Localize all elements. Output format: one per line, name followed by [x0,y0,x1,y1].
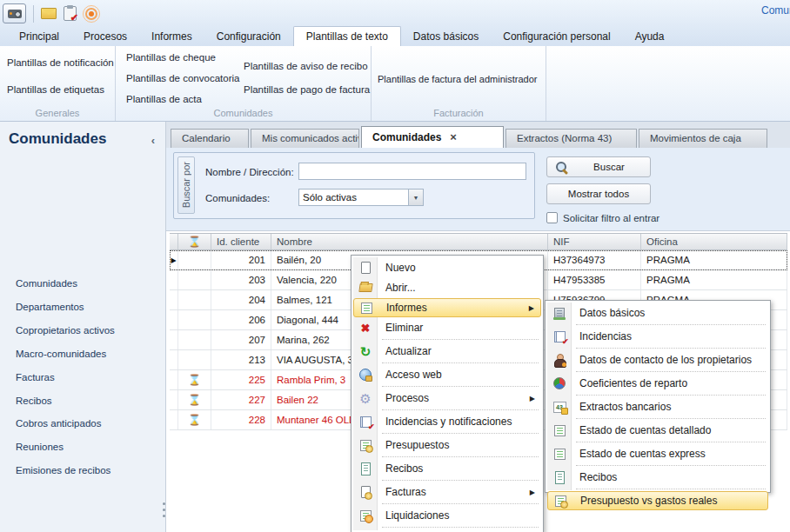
person-icon [547,354,572,366]
context-menu: Nuevo Abrir... Informes ▶ ✖ Eliminar ↻ A… [351,255,544,532]
tab-comunidades[interactable]: Comunidades× [361,126,504,148]
report-icon [354,303,378,314]
sidebar-item-macro-comunidades[interactable]: Macro-comunidades [16,349,106,359]
ribbon-tab-configuracion[interactable]: Configuración [204,27,293,46]
collapse-sidebar-icon[interactable]: ‹ [151,134,155,147]
menu-item-abrir[interactable]: Abrir... [353,278,541,297]
check-icon: ✔ [70,12,78,23]
tab-extractos-norma-43[interactable]: Extractos (Norma 43) [505,129,637,148]
menu-item-procesos[interactable]: ⚙ Procesos ▶ [353,389,541,408]
name-address-label: Nombre / Dirección: [205,167,294,177]
ribbon-tab-configuracion-personal[interactable]: Configuración personal [491,27,622,46]
plantillas-aviso-recibo-button[interactable]: Plantillas de aviso de recibo [244,61,368,71]
menu-item-nuevo[interactable]: Nuevo [353,258,541,277]
plantillas-cheque-button[interactable]: Plantillas de cheque [126,52,216,63]
sidebar-item-recibos[interactable]: Recibos [16,396,52,406]
column-header-nombre[interactable]: Nombre [271,234,548,249]
ribbon: Plantillas de notificación Plantillas de… [0,46,790,122]
ribbon-tab-ayuda[interactable]: Ayuda [623,27,677,46]
app-camera-icon[interactable] [3,3,26,23]
plantillas-factura-administrador-button[interactable]: Plantillas de factura del administrador [378,74,537,84]
mostrar-todos-button[interactable]: Mostrar todos [546,183,651,204]
sidebar: Comunidades ‹ Comunidades Departamentos … [0,122,166,532]
quick-access-toolbar: ✔ [3,3,99,24]
submenu-item-extractos-bancarios[interactable]: 43 Extractos bancarios [547,397,768,416]
menu-item-liquidaciones[interactable]: Liquidaciones [353,506,541,525]
ribbon-tab-plantillas-de-texto[interactable]: Plantillas de texto [293,26,401,46]
communities-dropdown-value: Sólo activas [299,192,408,203]
hourglass-icon: ⌛ [188,374,201,386]
grid-header-row: ⌛ Id. cliente Nombre NIF Oficina [170,233,787,250]
submenu-item-estado-cuentas-detallado[interactable]: Estado de cuentas detallado [547,421,768,440]
sidebar-item-emisiones-de-recibos[interactable]: Emisiones de recibos [16,465,110,475]
sidebar-item-cobros-anticipados[interactable]: Cobros anticipados [16,418,101,429]
tab-mis-comunicados-activos[interactable]: Mis comunicados activos [251,129,359,148]
menu-item-eliminar[interactable]: ✖ Eliminar [353,318,541,337]
plantillas-etiquetas-button[interactable]: Plantillas de etiquetas [7,84,104,95]
ribbon-tab-bar: Principal Procesos Informes Configuració… [7,26,676,46]
name-address-input[interactable] [298,163,526,180]
header-indicator-cell [170,234,178,249]
submenu-item-incidencias[interactable]: ✔ Incidencias [547,327,768,346]
sidebar-item-copropietarios-activos[interactable]: Copropietarios activos [16,325,115,336]
filter-area: Buscar por Nombre / Dirección: Comunidad… [166,148,790,231]
invoice-coins-icon [353,486,378,498]
menu-item-presupuestos[interactable]: Presupuestos [353,436,541,455]
communities-dropdown[interactable]: Sólo activas ▼ [298,189,424,206]
filter-panel: Buscar por Nombre / Dirección: Comunidad… [173,152,535,219]
column-header-nif[interactable]: NIF [548,234,641,249]
search-icon [555,161,568,174]
ribbon-tab-principal[interactable]: Principal [7,27,71,46]
close-tab-icon[interactable]: × [450,130,457,143]
buscar-por-group-tab: Buscar por [177,156,195,214]
menu-item-informes[interactable]: Informes ▶ [353,298,541,317]
ribbon-group-comunidades: Plantillas de cheque Plantillas de convo… [116,46,372,121]
submenu-item-datos-basicos[interactable]: Datos básicos [547,303,768,323]
delete-icon: ✖ [353,323,378,334]
sidebar-item-reuniones[interactable]: Reuniones [16,442,64,452]
submenu-item-estado-cuentas-express[interactable]: Estado de cuentas express [547,444,768,463]
tab-calendario[interactable]: Calendario [171,129,249,148]
hourglass-column-header[interactable]: ⌛ [178,234,211,249]
plantillas-acta-button[interactable]: Plantillas de acta [126,94,202,104]
plantillas-convocatoria-button[interactable]: Plantillas de convocatoria [126,73,239,83]
column-header-oficina[interactable]: Oficina [641,234,787,249]
group-label-facturacion: Facturación [372,108,546,118]
mail-icon[interactable] [41,8,57,19]
sidebar-item-departamentos[interactable]: Departamentos [16,302,84,312]
submenu-item-presupuesto-vs-gastos-reales[interactable]: Presupuesto vs gastos reales [547,491,768,510]
menu-item-facturas[interactable]: Facturas ▶ [353,482,541,502]
incidences-pages-icon: ✔ [353,416,378,428]
menu-item-actualizar[interactable]: ↻ Actualizar [353,342,541,361]
submenu-item-coeficientes-de-reparto[interactable]: Coeficientes de reparto [547,374,768,393]
current-row-pointer-icon: ▶ [171,256,176,264]
plantillas-pago-factura-button[interactable]: Plantillas de pago de factura [244,84,370,95]
refresh-icon: ↻ [353,345,378,358]
solicitar-filtro-checkbox[interactable] [546,212,558,223]
tab-movimientos-de-caja[interactable]: Movimientos de caja [639,129,767,148]
menu-item-incidencias-y-notificaciones[interactable]: ✔ Incidencias y notificaciones [353,412,541,431]
menu-item-acceso-web[interactable]: Acceso web [353,365,541,384]
submenu-item-recibos[interactable]: Recibos [547,468,768,487]
window-chrome: ✔ Comur Principal Procesos Informes Conf… [0,0,790,46]
chevron-down-icon[interactable]: ▼ [408,190,423,205]
ribbon-tab-datos-basicos[interactable]: Datos básicos [401,27,491,46]
toolbar-separator [33,5,34,23]
settlement-report-icon [353,510,378,522]
ribbon-tab-informes[interactable]: Informes [139,27,204,46]
submenu-item-datos-de-contacto[interactable]: Datos de contacto de los propietarios [547,350,768,369]
document-tab-bar: Calendario Mis comunicados activos Comun… [166,122,790,148]
budget-report-icon [353,440,378,451]
buscar-button[interactable]: Buscar [546,156,651,177]
globe-icon [353,369,378,381]
sidebar-item-facturas[interactable]: Facturas [16,372,55,382]
broadcast-icon[interactable] [84,6,99,22]
clipboard-check-icon[interactable]: ✔ [64,6,77,21]
sidebar-item-comunidades[interactable]: Comunidades [16,278,77,289]
ribbon-group-facturacion: Plantillas de factura del administrador … [372,46,546,121]
ribbon-tab-procesos[interactable]: Procesos [71,27,139,46]
menu-item-recibos[interactable]: Recibos [353,459,541,478]
splitter-handle[interactable] [163,502,168,521]
plantillas-notificacion-button[interactable]: Plantillas de notificación [7,57,114,68]
column-header-id-cliente[interactable]: Id. cliente [211,234,271,249]
